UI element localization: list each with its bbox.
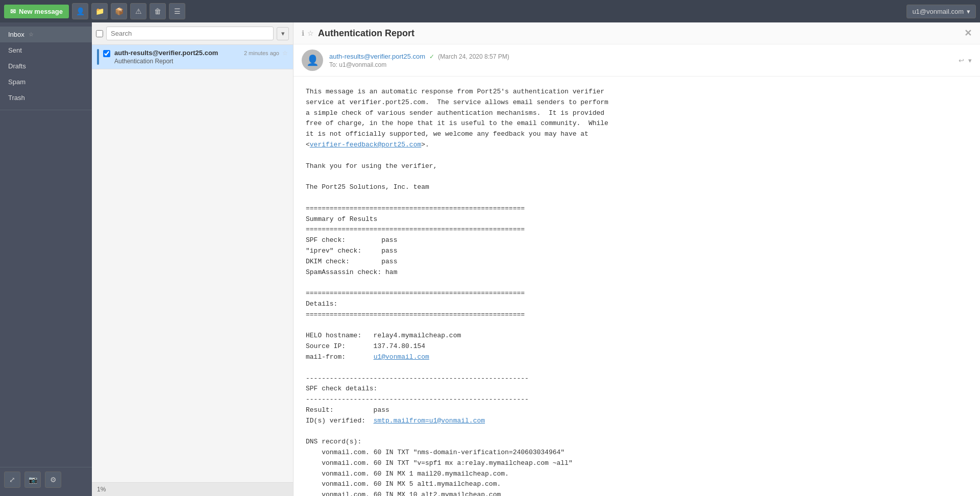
avatar-icon: 👤: [306, 54, 319, 66]
email-view: ℹ ☆ Authentication Report ✕ 👤 auth-resul…: [293, 22, 980, 496]
sender-email-link[interactable]: auth-results@verifier.port25.com: [329, 53, 425, 60]
expand-icon-button[interactable]: ⤢: [4, 472, 20, 488]
body-separator5: ----------------------------------------…: [306, 375, 529, 382]
message-item[interactable]: auth-results@verifier.port25.com 2 minut…: [92, 45, 293, 69]
email-to: To: u1@vonmail.com: [329, 61, 952, 68]
contacts-icon-button[interactable]: 👤: [72, 3, 88, 19]
body-line10: The Port25 Solutions, Inc. team: [306, 183, 429, 191]
email-header-left-icons: ℹ ☆: [302, 29, 314, 37]
body-separator4: ========================================…: [306, 311, 525, 318]
menu-icon: ☰: [174, 7, 181, 15]
message-checkbox[interactable]: [103, 50, 110, 57]
select-all-checkbox[interactable]: [96, 30, 103, 37]
top-toolbar: ✉ New message 👤 📁 📦 ⚠ 🗑 ☰ u1@vonmail.com…: [0, 0, 980, 22]
body-separator6: ----------------------------------------…: [306, 395, 529, 403]
sidebar-item-spam[interactable]: Spam: [0, 74, 92, 90]
chevron-down-icon: ▾: [281, 30, 285, 37]
warning-icon-button[interactable]: ⚠: [130, 3, 146, 19]
message-list-header: ▾: [92, 22, 293, 45]
message-time: 2 minutes ago: [244, 50, 279, 56]
body-iprev: "iprev" check: pass: [306, 247, 397, 255]
settings-icon-button[interactable]: ⚙: [45, 472, 61, 488]
message-subject: Authentication Report: [114, 58, 288, 65]
body-source-ip: Source IP: 137.74.80.154: [306, 342, 425, 350]
reply-icons: ↩ ▾: [959, 57, 972, 64]
info-icon[interactable]: ℹ: [302, 29, 304, 37]
sender-avatar: 👤: [302, 49, 323, 71]
sidebar-sent-label: Sent: [8, 46, 22, 54]
body-line3: a simple check of various sender authent…: [306, 109, 604, 117]
photo-icon: 📷: [29, 476, 37, 484]
star-email-icon[interactable]: ☆: [307, 29, 314, 37]
body-dns2: vonmail.com. 60 IN TXT "v=spf1 mx a:rela…: [306, 459, 573, 467]
sidebar-item-inbox[interactable]: Inbox ☆: [0, 27, 92, 42]
photo-icon-button[interactable]: 📷: [24, 472, 41, 488]
message-content: auth-results@verifier.port25.com 2 minut…: [114, 49, 288, 65]
search-dropdown-button[interactable]: ▾: [277, 27, 289, 40]
body-dns3: vonmail.com. 60 IN MX 1 mail20.mymailche…: [306, 470, 509, 478]
contacts-icon: 👤: [76, 7, 85, 15]
sidebar-bottom-actions: ⤢ 📷 ⚙: [0, 467, 92, 492]
inbox-star-icon[interactable]: ☆: [29, 31, 34, 38]
body-separator3: ========================================…: [306, 289, 525, 297]
close-email-button[interactable]: ✕: [964, 28, 972, 39]
body-ids-label: ID(s) verified:: [306, 417, 374, 425]
new-message-label: New message: [19, 8, 63, 15]
feedback-link[interactable]: verifier-feedback@port25.com: [310, 141, 421, 148]
envelope-icon: ✉: [10, 8, 16, 15]
sender-email-row: auth-results@verifier.port25.com ✓ (Marc…: [329, 53, 952, 60]
body-dns-records: DNS record(s):: [306, 438, 361, 445]
body-dns4: vonmail.com. 60 IN MX 5 alt1.mymailcheap…: [306, 480, 501, 488]
main-layout: Inbox ☆ Sent Drafts Spam Trash ⤢ 📷 ⚙: [0, 22, 980, 496]
body-line5: it is not officially supported, we welco…: [306, 130, 589, 138]
user-menu[interactable]: u1@vonmail.com ▾: [906, 5, 976, 18]
body-dns5: vonmail.com. 60 IN MX 10 alt2.mymailchea…: [306, 491, 501, 496]
folder-icon: 📁: [95, 7, 104, 15]
message-list-panel: ▾ auth-results@verifier.port25.com 2 min…: [92, 22, 293, 496]
sender-info: auth-results@verifier.port25.com ✓ (Marc…: [329, 53, 952, 68]
user-email: u1@vonmail.com: [912, 8, 964, 15]
sidebar-item-trash[interactable]: Trash: [0, 90, 92, 106]
mail-from-link[interactable]: u1@vonmail.com: [374, 353, 429, 361]
sidebar-drafts-label: Drafts: [8, 62, 26, 70]
reply-icon[interactable]: ↩: [959, 57, 964, 64]
body-summary-title: Summary of Results: [306, 215, 377, 223]
sidebar-trash-label: Trash: [8, 94, 25, 102]
warning-icon: ⚠: [135, 7, 142, 15]
sidebar-inbox-label: Inbox: [8, 31, 24, 38]
archive-icon-button[interactable]: 📦: [111, 3, 127, 19]
message-meta: auth-results@verifier.port25.com 2 minut…: [114, 49, 288, 57]
body-separator1: ========================================…: [306, 205, 525, 212]
ids-link[interactable]: smtp.mailfrom=u1@vonmail.com: [374, 417, 485, 425]
body-result: Result: pass: [306, 406, 389, 414]
archive-icon: 📦: [115, 7, 124, 15]
body-separator2: ========================================…: [306, 226, 525, 233]
list-percentage: 1%: [97, 486, 106, 493]
body-spf: SPF check: pass: [306, 236, 397, 244]
sidebar-item-drafts[interactable]: Drafts: [0, 58, 92, 74]
new-message-button[interactable]: ✉ New message: [4, 5, 69, 18]
sidebar: Inbox ☆ Sent Drafts Spam Trash ⤢ 📷 ⚙: [0, 22, 92, 496]
email-subject: Authentication Report: [318, 28, 960, 39]
sender-date: (March 24, 2020 8:57 PM): [438, 53, 509, 60]
search-input[interactable]: [106, 27, 274, 40]
folder-icon-button[interactable]: 📁: [91, 3, 108, 19]
sidebar-item-sent[interactable]: Sent: [0, 42, 92, 58]
trash-icon: 🗑: [154, 7, 161, 15]
body-line1: This message is an automatic response fr…: [306, 88, 604, 95]
expand-icon: ⤢: [9, 476, 15, 484]
body-spam: SpamAssassin check: ham: [306, 268, 397, 276]
email-body[interactable]: This message is an automatic response fr…: [293, 77, 980, 496]
body-mail-from-label: mail-from:: [306, 353, 374, 361]
more-options-button[interactable]: ☰: [169, 3, 185, 19]
message-star-icon[interactable]: ☆: [282, 49, 288, 57]
more-reply-icon[interactable]: ▾: [968, 57, 972, 64]
body-helo: HELO hostname: relay4.mymailcheap.com: [306, 332, 461, 339]
settings-icon: ⚙: [50, 476, 57, 484]
body-spf-details: SPF check details:: [306, 385, 377, 392]
delete-icon-button[interactable]: 🗑: [150, 3, 166, 19]
email-header: ℹ ☆ Authentication Report ✕: [293, 22, 980, 44]
unread-indicator: [97, 49, 99, 65]
message-from: auth-results@verifier.port25.com: [114, 49, 218, 57]
body-line2: service at verifier.port25.com. The serv…: [306, 98, 608, 106]
